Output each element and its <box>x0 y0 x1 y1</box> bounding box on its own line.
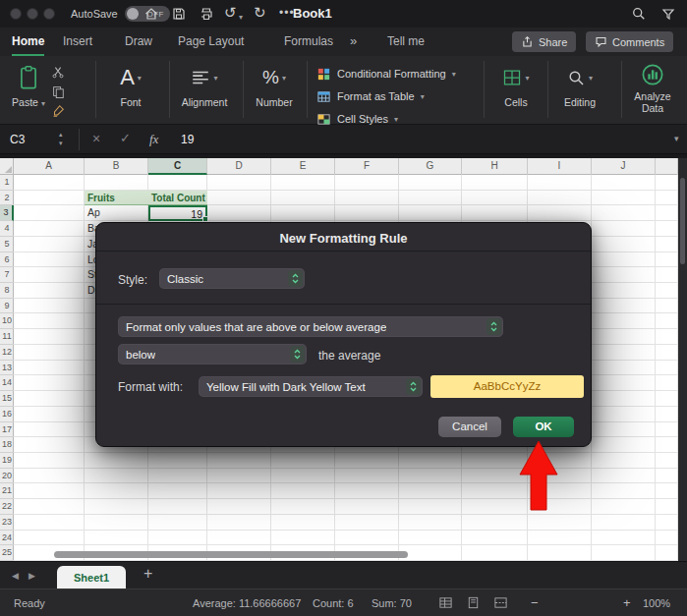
row-header-1[interactable]: 1 <box>0 175 14 191</box>
grid-cell-B2[interactable]: Fruits <box>85 191 148 206</box>
search-icon[interactable] <box>631 6 647 22</box>
format-painter-icon[interactable] <box>51 104 66 119</box>
font-menu-button[interactable]: A▾ Font <box>102 61 159 108</box>
cells-menu-button[interactable]: ▾ Cells <box>489 61 543 108</box>
grid-cell-C2[interactable]: Total Count <box>148 191 207 206</box>
cancel-entry-icon[interactable]: × <box>92 131 100 146</box>
filter-icon[interactable] <box>660 6 676 22</box>
row-header-16[interactable]: 16 <box>0 407 14 422</box>
select-all-corner[interactable] <box>0 158 14 175</box>
horizontal-scrollbar-thumb[interactable] <box>54 551 408 558</box>
save-icon[interactable] <box>171 6 187 22</box>
confirm-entry-icon[interactable]: ✓ <box>120 131 131 145</box>
tab-formulas[interactable]: Formulas <box>284 34 333 54</box>
row-header-2[interactable]: 2 <box>0 191 14 206</box>
conditional-formatting-button[interactable]: Conditional Formatting ▾ <box>316 64 456 84</box>
name-box-stepper[interactable]: ▴▾ <box>59 130 63 147</box>
style-label: Style: <box>118 273 147 287</box>
column-header-A[interactable]: A <box>14 158 85 175</box>
column-header-C[interactable]: C <box>148 158 207 175</box>
paste-button[interactable]: Paste ▾ <box>8 61 49 110</box>
cancel-button[interactable]: Cancel <box>438 417 501 437</box>
tab-home[interactable]: Home <box>12 34 44 56</box>
row-header-5[interactable]: 5 <box>0 237 14 252</box>
column-header-D[interactable]: D <box>207 158 271 175</box>
condition-dropdown[interactable]: below <box>118 344 307 364</box>
column-header-G[interactable]: G <box>399 158 462 175</box>
tab-page-layout[interactable]: Page Layout <box>178 34 244 54</box>
row-header-10[interactable]: 10 <box>0 313 14 329</box>
normal-view-icon[interactable] <box>438 595 454 611</box>
page-break-view-icon[interactable] <box>493 595 509 611</box>
row-header-18[interactable]: 18 <box>0 437 14 453</box>
row-header-19[interactable]: 19 <box>0 453 14 469</box>
zoom-window-icon[interactable] <box>43 8 55 20</box>
row-header-9[interactable]: 9 <box>0 299 14 314</box>
tab-insert[interactable]: Insert <box>63 34 92 54</box>
row-header-12[interactable]: 12 <box>0 345 14 361</box>
page-layout-view-icon[interactable] <box>466 595 482 611</box>
vertical-scrollbar-thumb[interactable] <box>680 178 685 264</box>
print-icon[interactable] <box>199 6 214 22</box>
tab-overflow-icon[interactable]: » <box>350 33 357 48</box>
insert-function-icon[interactable]: fx <box>149 132 158 147</box>
format-as-table-button[interactable]: Format as Table ▾ <box>316 86 425 106</box>
alignment-menu-button[interactable]: ▾ Alignment <box>175 61 234 108</box>
tell-me-button[interactable]: Tell me <box>387 34 425 48</box>
row-header-4[interactable]: 4 <box>0 221 14 237</box>
prev-sheet-icon[interactable]: ◀ <box>12 571 19 581</box>
copy-icon[interactable] <box>51 84 66 99</box>
style-dropdown[interactable]: Classic <box>159 268 305 289</box>
home-icon[interactable] <box>143 6 159 22</box>
sheet-tab-sheet1[interactable]: Sheet1 <box>57 566 126 589</box>
chevron-down-icon: ▾ <box>525 74 529 83</box>
row-header-8[interactable]: 8 <box>0 283 14 299</box>
row-header-20[interactable]: 20 <box>0 469 14 484</box>
analyze-data-button[interactable]: Analyze Data <box>623 61 682 114</box>
format-with-dropdown[interactable]: Yellow Fill with Dark Yellow Text <box>199 376 423 397</box>
column-header-B[interactable]: B <box>85 158 148 175</box>
undo-icon[interactable]: ↺ <box>224 4 237 22</box>
minimize-window-icon[interactable] <box>27 8 38 20</box>
row-header-15[interactable]: 15 <box>0 391 14 407</box>
number-menu-button[interactable]: %▾ Number <box>246 61 303 108</box>
name-box[interactable]: C3 <box>10 133 25 146</box>
column-header-J[interactable]: J <box>592 158 656 175</box>
column-header-E[interactable]: E <box>271 158 335 175</box>
share-button[interactable]: Share <box>512 31 576 52</box>
rule-type-dropdown[interactable]: Format only values that are above or bel… <box>118 316 503 337</box>
row-header-7[interactable]: 7 <box>0 267 14 283</box>
column-header-I[interactable]: I <box>528 158 592 175</box>
formula-input[interactable]: 19 <box>181 133 194 146</box>
vertical-scrollbar[interactable] <box>678 158 687 561</box>
row-header-17[interactable]: 17 <box>0 422 14 438</box>
undo-chevron-icon[interactable]: ▾ <box>239 9 243 27</box>
row-header-6[interactable]: 6 <box>0 252 14 268</box>
row-header-13[interactable]: 13 <box>0 361 14 376</box>
editing-menu-button[interactable]: ▾ Editing <box>552 61 607 108</box>
row-header-25[interactable]: 25 <box>0 545 14 561</box>
redo-icon[interactable]: ↻ <box>254 4 266 22</box>
column-header-F[interactable]: F <box>335 158 399 175</box>
row-header-24[interactable]: 24 <box>0 531 14 546</box>
collapse-formula-bar-icon[interactable]: ▾ <box>674 134 679 143</box>
next-sheet-icon[interactable]: ▶ <box>29 571 35 581</box>
cut-icon[interactable] <box>51 65 66 80</box>
row-header-11[interactable]: 11 <box>0 329 14 345</box>
row-header-22[interactable]: 22 <box>0 499 14 515</box>
column-header-H[interactable]: H <box>462 158 528 175</box>
close-window-icon[interactable] <box>10 8 22 20</box>
tab-draw[interactable]: Draw <box>125 34 152 54</box>
add-sheet-button[interactable]: + <box>143 565 152 583</box>
row-header-21[interactable]: 21 <box>0 483 14 499</box>
row-header-14[interactable]: 14 <box>0 375 14 391</box>
row-header-23[interactable]: 23 <box>0 515 14 531</box>
zoom-out-button[interactable]: − <box>531 595 539 610</box>
grid-cell-B3[interactable]: Ap <box>85 205 148 221</box>
zoom-in-button[interactable]: + <box>623 595 631 610</box>
column-header[interactable] <box>656 158 678 175</box>
grid-cell-C3[interactable]: 19 <box>148 205 207 221</box>
zoom-level[interactable]: 100% <box>643 597 670 609</box>
comments-button[interactable]: Comments <box>586 31 673 52</box>
row-header-3[interactable]: 3 <box>0 205 14 221</box>
